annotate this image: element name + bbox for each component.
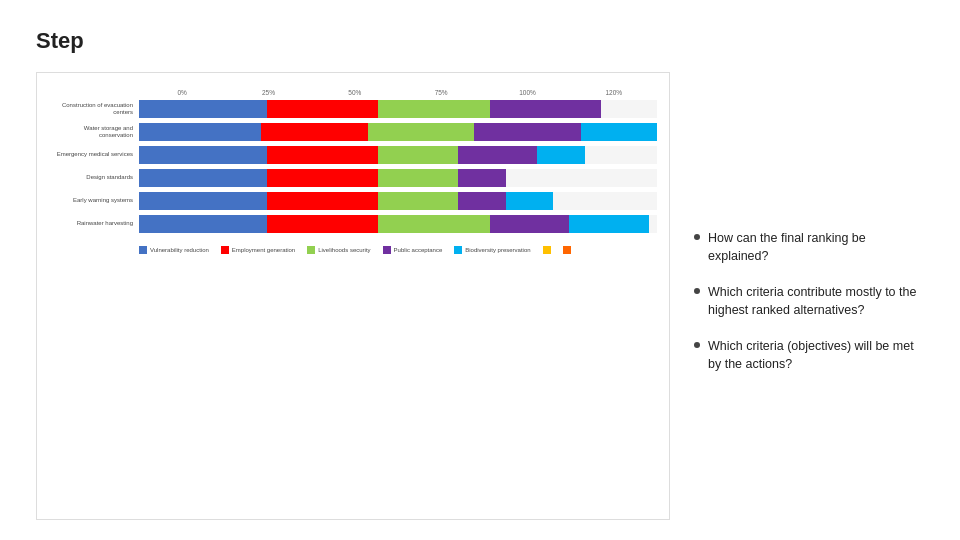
bar-segment	[139, 100, 267, 118]
bullet-dot	[694, 288, 700, 294]
bullet-list: How can the final ranking be explained?W…	[694, 229, 924, 374]
x-axis-label: 120%	[571, 89, 657, 96]
bar-segment	[458, 192, 506, 210]
legend-color-box	[543, 246, 551, 254]
bar-row: Water storage and conservation	[49, 123, 657, 141]
bar-track	[139, 169, 657, 187]
chart-container: 0%25%50%75%100%120% Construction of evac…	[36, 72, 670, 520]
bullet-item: Which criteria contribute mostly to the …	[694, 283, 924, 319]
bar-label: Emergency medical services	[49, 151, 139, 158]
legend-color-box	[563, 246, 571, 254]
bar-segment	[537, 146, 585, 164]
bar-label: Design standards	[49, 174, 139, 181]
bar-track	[139, 192, 657, 210]
bullet-panel: How can the final ranking be explained?W…	[694, 72, 924, 520]
legend-item: Biodiversity preservation	[454, 246, 530, 254]
legend-label: Vulnerability reduction	[150, 247, 209, 253]
bar-row: Early warning systems	[49, 192, 657, 210]
bar-segment	[458, 146, 538, 164]
bar-segment	[261, 123, 368, 141]
bar-label: Construction of evacuation centers	[49, 102, 139, 116]
bar-segment	[368, 123, 475, 141]
bar-segment	[378, 100, 490, 118]
legend-item: Public acceptance	[383, 246, 443, 254]
bullet-text: Which criteria contribute mostly to the …	[708, 283, 924, 319]
bullet-dot	[694, 234, 700, 240]
bar-track	[139, 215, 657, 233]
bar-row: Emergency medical services	[49, 146, 657, 164]
bar-segment	[267, 215, 379, 233]
bar-segment	[490, 100, 602, 118]
legend-item	[543, 246, 551, 254]
bar-segment	[267, 146, 379, 164]
legend-color-box	[383, 246, 391, 254]
bar-segment	[267, 192, 379, 210]
bar-segment	[267, 169, 379, 187]
legend-label: Public acceptance	[394, 247, 443, 253]
legend-color-box	[307, 246, 315, 254]
chart-legend: Vulnerability reductionEmployment genera…	[139, 246, 657, 254]
bullet-item: Which criteria (objectives) will be met …	[694, 337, 924, 373]
bar-segment	[139, 123, 261, 141]
chart-area: Construction of evacuation centersWater …	[49, 100, 657, 238]
content-area: 0%25%50%75%100%120% Construction of evac…	[36, 72, 924, 520]
bar-segment	[569, 215, 649, 233]
legend-color-box	[454, 246, 462, 254]
x-axis-labels: 0%25%50%75%100%120%	[139, 89, 657, 96]
bar-segment	[139, 146, 267, 164]
bullet-text: Which criteria (objectives) will be met …	[708, 337, 924, 373]
bar-segment	[490, 215, 570, 233]
x-axis-label: 25%	[225, 89, 311, 96]
legend-label: Livelihoods security	[318, 247, 370, 253]
bar-segment	[267, 100, 379, 118]
bar-segment	[139, 192, 267, 210]
x-axis-label: 50%	[312, 89, 398, 96]
bar-track	[139, 146, 657, 164]
bar-segment	[378, 169, 458, 187]
page: Step 0%25%50%75%100%120% Construction of…	[0, 0, 960, 540]
bar-label: Rainwater harvesting	[49, 220, 139, 227]
bullet-text: How can the final ranking be explained?	[708, 229, 924, 265]
bar-segment	[474, 123, 581, 141]
bar-row: Design standards	[49, 169, 657, 187]
x-axis-label: 100%	[484, 89, 570, 96]
bar-segment	[378, 192, 458, 210]
legend-color-box	[139, 246, 147, 254]
legend-item	[563, 246, 571, 254]
x-axis-label: 0%	[139, 89, 225, 96]
page-title: Step	[36, 28, 924, 54]
bar-track	[139, 123, 657, 141]
legend-item: Employment generation	[221, 246, 295, 254]
legend-label: Biodiversity preservation	[465, 247, 530, 253]
legend-color-box	[221, 246, 229, 254]
title-step-label: Step	[36, 28, 84, 53]
bar-segment	[581, 123, 657, 141]
legend-item: Vulnerability reduction	[139, 246, 209, 254]
legend-item: Livelihoods security	[307, 246, 370, 254]
bar-segment	[458, 169, 506, 187]
bar-row: Construction of evacuation centers	[49, 100, 657, 118]
bar-segment	[139, 215, 267, 233]
legend-label: Employment generation	[232, 247, 295, 253]
bullet-item: How can the final ranking be explained?	[694, 229, 924, 265]
bar-row: Rainwater harvesting	[49, 215, 657, 233]
bar-segment	[139, 169, 267, 187]
bar-label: Early warning systems	[49, 197, 139, 204]
bar-segment	[378, 146, 458, 164]
bar-segment	[506, 192, 554, 210]
bar-track	[139, 100, 657, 118]
x-axis-label: 75%	[398, 89, 484, 96]
bar-label: Water storage and conservation	[49, 125, 139, 139]
bar-segment	[378, 215, 490, 233]
bullet-dot	[694, 342, 700, 348]
